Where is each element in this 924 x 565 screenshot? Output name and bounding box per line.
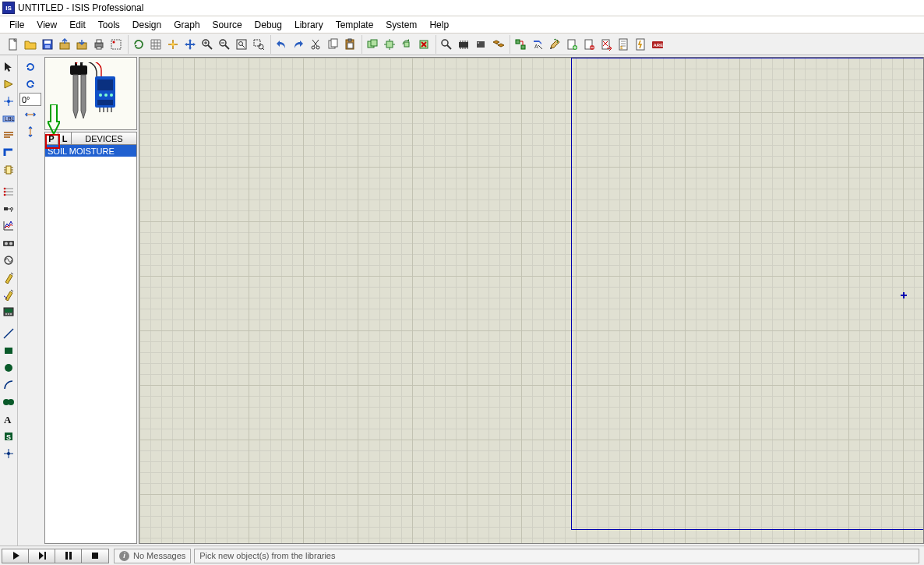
bus-icon[interactable] — [1, 144, 16, 161]
wire-label-icon[interactable]: LBL — [1, 110, 16, 127]
electrical-check-icon[interactable] — [632, 36, 649, 53]
virtual-instrument-icon[interactable] — [1, 303, 16, 320]
messages-segment[interactable]: i No Messages — [114, 549, 191, 563]
svg-point-53 — [4, 191, 6, 193]
new-sheet-icon[interactable] — [563, 36, 580, 53]
menu-system[interactable]: System — [379, 17, 423, 33]
circle-2d-icon[interactable] — [1, 359, 16, 376]
block-rotate-icon[interactable] — [398, 36, 415, 53]
block-move-icon[interactable] — [381, 36, 398, 53]
origin-marker-icon — [901, 292, 907, 298]
device-list-item[interactable]: SOIL MOISTURE — [45, 145, 136, 157]
device-pins-icon[interactable] — [1, 200, 16, 217]
toggle-grid-icon[interactable] — [147, 36, 164, 53]
search-tag-icon[interactable]: A — [529, 36, 546, 53]
component-icon[interactable] — [1, 76, 16, 93]
svg-point-58 — [5, 242, 8, 245]
text-2d-icon[interactable]: A — [1, 411, 16, 428]
sheet-outline — [571, 58, 924, 530]
menu-tools[interactable]: Tools — [92, 17, 126, 33]
cut-icon[interactable] — [307, 36, 324, 53]
selection-arrow-icon[interactable] — [1, 58, 16, 76]
pan-icon[interactable] — [182, 36, 199, 53]
new-file-icon[interactable] — [5, 36, 22, 53]
marker-icon[interactable] — [1, 445, 16, 462]
svg-rect-55 — [4, 207, 8, 210]
decompose-icon[interactable] — [489, 36, 506, 53]
netlist-ares-icon[interactable]: ARES — [649, 36, 666, 53]
save-file-icon[interactable] — [39, 36, 56, 53]
stop-button[interactable] — [82, 549, 108, 563]
library-manager-button[interactable]: L — [58, 132, 72, 144]
menu-graph[interactable]: Graph — [168, 17, 206, 33]
menu-file[interactable]: File — [3, 17, 30, 33]
rotation-input[interactable] — [19, 93, 41, 106]
junction-icon[interactable] — [1, 93, 16, 110]
graph-icon[interactable] — [1, 217, 16, 235]
wire-autorouter-icon[interactable] — [512, 36, 529, 53]
open-file-icon[interactable] — [22, 36, 39, 53]
terminals-icon[interactable] — [1, 183, 16, 200]
block-delete-icon[interactable] — [415, 36, 432, 53]
paste-icon[interactable] — [341, 36, 358, 53]
mirror-x-icon[interactable] — [23, 106, 38, 123]
generator-icon[interactable] — [1, 252, 16, 269]
zoom-area-icon[interactable] — [250, 36, 267, 53]
arc-2d-icon[interactable] — [1, 376, 16, 394]
pick-device-icon[interactable] — [438, 36, 455, 53]
box-2d-icon[interactable] — [1, 342, 16, 359]
voltage-probe-icon[interactable] — [1, 269, 16, 286]
svg-point-79 — [99, 94, 102, 97]
zoom-in-icon[interactable] — [199, 36, 216, 53]
current-probe-icon[interactable] — [1, 286, 16, 303]
svg-point-54 — [4, 194, 6, 196]
svg-rect-28 — [404, 42, 409, 47]
tape-icon[interactable] — [1, 235, 16, 252]
subcircuit-icon[interactable] — [1, 161, 16, 178]
play-button[interactable] — [2, 549, 29, 563]
mirror-y-icon[interactable] — [23, 123, 38, 140]
svg-point-80 — [104, 94, 108, 97]
copy-icon[interactable] — [324, 36, 341, 53]
remove-sheet-icon[interactable] — [580, 36, 598, 53]
redo-icon[interactable] — [290, 36, 307, 53]
bill-of-materials-icon[interactable]: $ — [615, 36, 632, 53]
exit-to-parent-icon[interactable] — [598, 36, 615, 53]
preview-box — [44, 57, 137, 130]
menu-help[interactable]: Help — [423, 17, 455, 33]
menu-source[interactable]: Source — [206, 17, 249, 33]
menu-view[interactable]: View — [30, 17, 63, 33]
zoom-fit-icon[interactable] — [233, 36, 250, 53]
rotate-cw-icon[interactable] — [23, 58, 38, 76]
device-list[interactable]: SOIL MOISTURE — [44, 145, 137, 544]
text-script-icon[interactable] — [1, 127, 16, 144]
menu-template[interactable]: Template — [330, 17, 380, 33]
rotate-ccw-icon[interactable] — [23, 76, 38, 93]
menu-edit[interactable]: Edit — [63, 17, 92, 33]
svg-text:A: A — [4, 414, 12, 426]
set-area-icon[interactable] — [108, 36, 125, 53]
menu-design[interactable]: Design — [126, 17, 168, 33]
refresh-icon[interactable] — [130, 36, 147, 53]
undo-icon[interactable] — [273, 36, 290, 53]
origin-icon[interactable] — [164, 36, 182, 53]
export-icon[interactable] — [73, 36, 90, 53]
step-button[interactable] — [29, 549, 55, 563]
menu-library[interactable]: Library — [288, 17, 330, 33]
import-icon[interactable] — [56, 36, 73, 53]
pause-button[interactable] — [55, 549, 82, 563]
svg-rect-4 — [60, 43, 69, 49]
path-2d-icon[interactable] — [1, 394, 16, 411]
zoom-out-icon[interactable] — [216, 36, 233, 53]
make-device-icon[interactable] — [455, 36, 472, 53]
symbol-icon[interactable]: S — [1, 428, 16, 445]
schematic-canvas[interactable] — [139, 57, 924, 544]
block-copy-icon[interactable] — [364, 36, 381, 53]
pick-devices-button[interactable]: P — [45, 132, 58, 144]
svg-rect-14 — [237, 40, 246, 49]
packaging-icon[interactable] — [472, 36, 489, 53]
menu-debug[interactable]: Debug — [249, 17, 288, 33]
line-2d-icon[interactable] — [1, 325, 16, 342]
property-icon[interactable] — [546, 36, 563, 53]
print-icon[interactable] — [90, 36, 108, 53]
